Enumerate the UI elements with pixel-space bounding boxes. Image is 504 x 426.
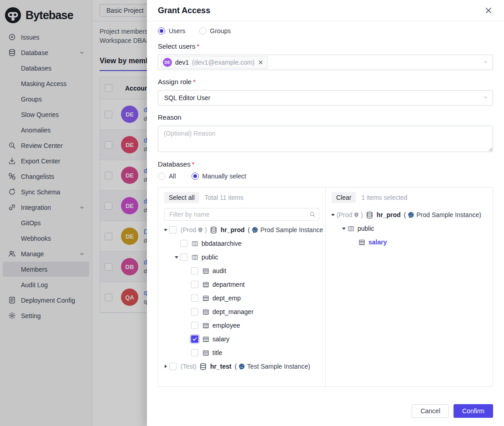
caret-spacer — [173, 237, 180, 250]
tree-row-hr-test[interactable]: (Test)hr_test(Test Sample Instance) — [158, 360, 325, 373]
node-name: hr_prod — [377, 211, 401, 218]
source-tree: (Prod )hr_prod(Prod Sample Instancebbdat… — [158, 222, 325, 386]
caret-down-icon[interactable] — [162, 223, 169, 237]
caret-down-icon[interactable] — [329, 208, 337, 222]
tree-row-hr-prod[interactable]: (Prod )hr_prod(Prod Sample Instance) — [326, 208, 493, 222]
database-icon — [210, 226, 217, 234]
radio-member-type-groups[interactable]: Groups — [199, 27, 231, 35]
caret-down-icon[interactable] — [173, 250, 180, 264]
caret-spacer — [184, 264, 191, 278]
remove-user-icon[interactable] — [258, 60, 263, 65]
checkbox[interactable] — [191, 267, 198, 274]
checkbox[interactable] — [191, 335, 198, 343]
caret-spacer — [351, 235, 358, 249]
modal-overlay[interactable] — [0, 0, 147, 426]
tree-row-audit[interactable]: audit — [158, 264, 325, 278]
node-name: dept_emp — [212, 294, 241, 302]
node-name: title — [212, 349, 222, 356]
instance-label: (Prod Sample Instance) — [404, 211, 481, 218]
modal-body: UsersGroups Select users* DE dev1 (dev1@… — [147, 21, 504, 399]
selected-toolbar: Clear 1 items selected — [326, 192, 493, 203]
postgres-icon — [238, 363, 245, 370]
picker-source-pane: Select all Total 11 items (Prod )hr_prod… — [158, 188, 326, 386]
required-asterisk: * — [193, 78, 196, 86]
checkbox[interactable] — [180, 254, 187, 261]
databases-label: Databases* — [158, 160, 493, 168]
radio-icon[interactable] — [158, 172, 165, 180]
schema-icon — [192, 254, 198, 261]
tree-row-employee[interactable]: employee — [158, 319, 325, 332]
environment-label: (Test) — [181, 363, 197, 370]
tree-row-salary[interactable]: salary — [158, 332, 325, 346]
chevron-down-icon — [483, 58, 489, 66]
radio-db-scope-all[interactable]: All — [158, 172, 176, 180]
cancel-button[interactable]: Cancel — [412, 404, 449, 418]
node-name: dept_manager — [212, 308, 253, 315]
caret-spacer — [184, 332, 191, 346]
database-icon — [366, 211, 373, 219]
radio-db-scope-manually-select[interactable]: Manually select — [192, 172, 247, 180]
shield-icon — [353, 212, 359, 218]
confirm-button[interactable]: Confirm — [454, 404, 493, 418]
select-users-input[interactable]: DE dev1 (dev1@example.com) — [158, 55, 493, 70]
instance-label: (Prod Sample Instance — [248, 226, 323, 233]
checkbox[interactable] — [169, 363, 176, 370]
shield-icon — [197, 227, 203, 233]
radio-member-type-users[interactable]: Users — [158, 27, 186, 35]
caret-down-icon[interactable] — [340, 222, 348, 235]
caret-right-icon[interactable] — [162, 360, 169, 373]
grant-access-modal: Grant Access UsersGroups Select users* D… — [147, 0, 504, 426]
radio-label: All — [169, 172, 176, 180]
source-toolbar: Select all Total 11 items — [158, 192, 325, 203]
checkbox[interactable] — [191, 322, 198, 329]
table-icon — [202, 268, 209, 274]
checkbox[interactable] — [169, 226, 176, 233]
checkbox[interactable] — [191, 281, 198, 288]
select-all-button[interactable]: Select all — [164, 192, 199, 203]
tree-row-department[interactable]: department — [158, 278, 325, 291]
clear-button[interactable]: Clear — [332, 192, 356, 203]
assign-role-select[interactable]: SQL Editor User — [158, 90, 493, 106]
node-name: salary — [212, 335, 229, 343]
modal-title: Grant Access — [158, 6, 210, 15]
node-name: public — [202, 254, 218, 261]
schema-icon — [192, 240, 198, 247]
database-scope-radio-group: AllManually select — [158, 172, 493, 180]
postgres-icon — [408, 212, 414, 218]
node-name: salary — [368, 238, 387, 246]
checkbox[interactable] — [180, 240, 187, 247]
node-name: public — [358, 225, 374, 232]
member-type-radio-group: UsersGroups — [158, 27, 493, 35]
tree-row-salary[interactable]: salary — [326, 235, 493, 249]
assign-role-label: Assign role* — [158, 78, 493, 86]
instance-label: (Test Sample Instance) — [235, 363, 310, 370]
tree-row-bbdataarchive[interactable]: bbdataarchive — [158, 237, 325, 250]
radio-icon[interactable] — [199, 27, 207, 35]
tree-row-public[interactable]: public — [158, 250, 325, 264]
table-icon — [358, 239, 365, 246]
radio-label: Groups — [210, 27, 231, 35]
reason-textarea[interactable] — [158, 126, 493, 152]
picker-selected-pane: Clear 1 items selected (Prod )hr_prod(Pr… — [326, 188, 493, 386]
checkbox[interactable] — [191, 308, 198, 315]
tree-row-public[interactable]: public — [326, 222, 493, 235]
database-icon — [199, 363, 207, 370]
radio-icon[interactable] — [158, 27, 165, 35]
total-items-label: Total 11 items — [205, 194, 243, 201]
tree-row-hr-prod[interactable]: (Prod )hr_prod(Prod Sample Instance — [158, 223, 325, 237]
checkbox[interactable] — [191, 294, 198, 302]
table-icon — [202, 350, 209, 356]
reason-label: Reason — [158, 113, 493, 121]
environment-label: (Prod ) — [337, 211, 363, 218]
filter-by-name-input[interactable] — [164, 208, 319, 221]
filter-field — [164, 208, 319, 221]
tree-row-dept-emp[interactable]: dept_emp — [158, 291, 325, 305]
table-icon — [202, 336, 209, 343]
tree-row-dept-manager[interactable]: dept_manager — [158, 305, 325, 319]
tree-row-title[interactable]: title — [158, 346, 325, 360]
radio-icon[interactable] — [192, 172, 199, 180]
schema-icon — [348, 225, 354, 232]
close-icon[interactable] — [484, 6, 493, 15]
checkbox[interactable] — [191, 349, 198, 356]
search-icon — [309, 211, 316, 218]
